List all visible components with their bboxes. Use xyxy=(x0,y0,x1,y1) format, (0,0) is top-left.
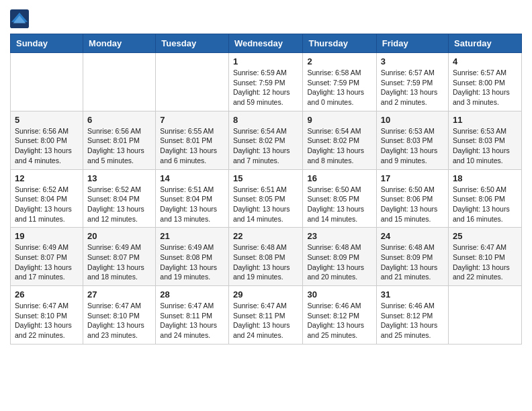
calendar-cell: 9Sunrise: 6:54 AM Sunset: 8:02 PM Daylig… xyxy=(303,111,376,169)
day-info: Sunrise: 6:57 AM Sunset: 7:59 PM Dayligh… xyxy=(381,68,444,107)
calendar-cell: 8Sunrise: 6:54 AM Sunset: 8:02 PM Daylig… xyxy=(228,111,303,169)
day-number: 20 xyxy=(87,231,151,241)
day-number: 8 xyxy=(233,115,299,125)
calendar-cell: 20Sunrise: 6:49 AM Sunset: 8:07 PM Dayli… xyxy=(83,228,156,286)
calendar-cell: 17Sunrise: 6:50 AM Sunset: 8:06 PM Dayli… xyxy=(376,169,448,228)
day-number: 5 xyxy=(15,115,79,125)
day-number: 10 xyxy=(381,115,444,125)
day-number: 11 xyxy=(453,115,517,125)
calendar-cell: 1Sunrise: 6:59 AM Sunset: 7:59 PM Daylig… xyxy=(228,53,303,111)
day-info: Sunrise: 6:48 AM Sunset: 8:09 PM Dayligh… xyxy=(307,242,371,282)
day-number: 21 xyxy=(160,231,224,241)
day-info: Sunrise: 6:53 AM Sunset: 8:03 PM Dayligh… xyxy=(381,126,444,166)
day-number: 29 xyxy=(233,289,299,300)
day-info: Sunrise: 6:46 AM Sunset: 8:12 PM Dayligh… xyxy=(307,301,371,340)
day-number: 7 xyxy=(160,115,224,125)
calendar-weekday-tuesday: Tuesday xyxy=(156,34,229,53)
calendar-week-row: 5Sunrise: 6:56 AM Sunset: 8:00 PM Daylig… xyxy=(11,111,522,169)
day-info: Sunrise: 6:55 AM Sunset: 8:01 PM Dayligh… xyxy=(160,126,224,166)
calendar-week-row: 1Sunrise: 6:59 AM Sunset: 7:59 PM Daylig… xyxy=(11,53,522,111)
calendar-cell: 15Sunrise: 6:51 AM Sunset: 8:05 PM Dayli… xyxy=(228,169,303,228)
calendar-header-row: SundayMondayTuesdayWednesdayThursdayFrid… xyxy=(11,34,522,53)
calendar-cell: 29Sunrise: 6:47 AM Sunset: 8:11 PM Dayli… xyxy=(228,286,303,345)
calendar-weekday-saturday: Saturday xyxy=(449,34,522,53)
day-number: 27 xyxy=(87,289,151,300)
day-info: Sunrise: 6:50 AM Sunset: 8:05 PM Dayligh… xyxy=(307,185,371,224)
day-number: 31 xyxy=(381,289,444,300)
day-number: 16 xyxy=(307,173,371,183)
day-number: 24 xyxy=(381,231,444,241)
day-number: 2 xyxy=(307,56,371,66)
calendar-week-row: 19Sunrise: 6:49 AM Sunset: 8:07 PM Dayli… xyxy=(11,228,522,286)
calendar-weekday-friday: Friday xyxy=(376,34,448,53)
day-info: Sunrise: 6:47 AM Sunset: 8:10 PM Dayligh… xyxy=(15,301,79,340)
calendar-cell: 4Sunrise: 6:57 AM Sunset: 8:00 PM Daylig… xyxy=(449,53,522,111)
calendar-week-row: 26Sunrise: 6:47 AM Sunset: 8:10 PM Dayli… xyxy=(11,286,522,345)
day-info: Sunrise: 6:53 AM Sunset: 8:03 PM Dayligh… xyxy=(453,126,517,166)
day-number: 1 xyxy=(233,56,299,66)
day-number: 6 xyxy=(87,115,151,125)
calendar-cell: 28Sunrise: 6:47 AM Sunset: 8:11 PM Dayli… xyxy=(156,286,229,345)
day-info: Sunrise: 6:46 AM Sunset: 8:12 PM Dayligh… xyxy=(381,301,444,340)
day-number: 18 xyxy=(453,173,517,183)
day-number: 4 xyxy=(453,56,517,66)
day-number: 3 xyxy=(381,56,444,66)
calendar-cell: 22Sunrise: 6:48 AM Sunset: 8:08 PM Dayli… xyxy=(228,228,303,286)
calendar-cell: 18Sunrise: 6:50 AM Sunset: 8:06 PM Dayli… xyxy=(449,169,522,228)
calendar-cell: 27Sunrise: 6:47 AM Sunset: 8:10 PM Dayli… xyxy=(83,286,156,345)
day-number: 22 xyxy=(233,231,299,241)
page-header xyxy=(10,7,522,28)
calendar-weekday-monday: Monday xyxy=(83,34,156,53)
calendar-cell: 25Sunrise: 6:47 AM Sunset: 8:10 PM Dayli… xyxy=(449,228,522,286)
day-info: Sunrise: 6:50 AM Sunset: 8:06 PM Dayligh… xyxy=(453,185,517,224)
day-number: 28 xyxy=(160,289,224,300)
day-number: 30 xyxy=(307,289,371,300)
calendar-cell xyxy=(156,53,229,111)
day-number: 25 xyxy=(453,231,517,241)
day-info: Sunrise: 6:56 AM Sunset: 8:00 PM Dayligh… xyxy=(15,126,79,166)
calendar-cell: 12Sunrise: 6:52 AM Sunset: 8:04 PM Dayli… xyxy=(11,169,83,228)
day-info: Sunrise: 6:47 AM Sunset: 8:10 PM Dayligh… xyxy=(87,301,151,340)
calendar-weekday-thursday: Thursday xyxy=(303,34,376,53)
day-info: Sunrise: 6:54 AM Sunset: 8:02 PM Dayligh… xyxy=(307,126,371,166)
day-number: 13 xyxy=(87,173,151,183)
logo-icon xyxy=(10,9,29,28)
day-number: 12 xyxy=(15,173,79,183)
day-info: Sunrise: 6:49 AM Sunset: 8:07 PM Dayligh… xyxy=(15,242,79,282)
day-info: Sunrise: 6:51 AM Sunset: 8:05 PM Dayligh… xyxy=(233,185,299,224)
day-number: 26 xyxy=(15,289,79,300)
calendar-cell: 24Sunrise: 6:48 AM Sunset: 8:09 PM Dayli… xyxy=(376,228,448,286)
day-info: Sunrise: 6:59 AM Sunset: 7:59 PM Dayligh… xyxy=(233,68,299,107)
day-info: Sunrise: 6:51 AM Sunset: 8:04 PM Dayligh… xyxy=(160,185,224,224)
day-info: Sunrise: 6:48 AM Sunset: 8:09 PM Dayligh… xyxy=(381,242,444,282)
calendar-cell: 6Sunrise: 6:56 AM Sunset: 8:01 PM Daylig… xyxy=(83,111,156,169)
calendar-cell: 5Sunrise: 6:56 AM Sunset: 8:00 PM Daylig… xyxy=(11,111,83,169)
calendar-weekday-sunday: Sunday xyxy=(11,34,83,53)
day-info: Sunrise: 6:48 AM Sunset: 8:08 PM Dayligh… xyxy=(233,242,299,282)
calendar-cell xyxy=(83,53,156,111)
day-info: Sunrise: 6:57 AM Sunset: 8:00 PM Dayligh… xyxy=(453,68,517,107)
day-number: 19 xyxy=(15,231,79,241)
calendar-cell: 10Sunrise: 6:53 AM Sunset: 8:03 PM Dayli… xyxy=(376,111,448,169)
calendar-cell: 7Sunrise: 6:55 AM Sunset: 8:01 PM Daylig… xyxy=(156,111,229,169)
calendar-cell: 26Sunrise: 6:47 AM Sunset: 8:10 PM Dayli… xyxy=(11,286,83,345)
calendar-cell: 19Sunrise: 6:49 AM Sunset: 8:07 PM Dayli… xyxy=(11,228,83,286)
calendar-cell: 3Sunrise: 6:57 AM Sunset: 7:59 PM Daylig… xyxy=(376,53,448,111)
day-info: Sunrise: 6:47 AM Sunset: 8:11 PM Dayligh… xyxy=(160,301,224,340)
day-info: Sunrise: 6:49 AM Sunset: 8:08 PM Dayligh… xyxy=(160,242,224,282)
calendar-cell: 13Sunrise: 6:52 AM Sunset: 8:04 PM Dayli… xyxy=(83,169,156,228)
day-info: Sunrise: 6:52 AM Sunset: 8:04 PM Dayligh… xyxy=(15,185,79,224)
calendar-table: SundayMondayTuesdayWednesdayThursdayFrid… xyxy=(10,34,522,345)
calendar-cell: 23Sunrise: 6:48 AM Sunset: 8:09 PM Dayli… xyxy=(303,228,376,286)
calendar-cell: 11Sunrise: 6:53 AM Sunset: 8:03 PM Dayli… xyxy=(449,111,522,169)
day-info: Sunrise: 6:50 AM Sunset: 8:06 PM Dayligh… xyxy=(381,185,444,224)
day-number: 23 xyxy=(307,231,371,241)
day-info: Sunrise: 6:52 AM Sunset: 8:04 PM Dayligh… xyxy=(87,185,151,224)
logo xyxy=(10,7,32,28)
calendar-cell: 31Sunrise: 6:46 AM Sunset: 8:12 PM Dayli… xyxy=(376,286,448,345)
calendar-cell: 16Sunrise: 6:50 AM Sunset: 8:05 PM Dayli… xyxy=(303,169,376,228)
day-number: 17 xyxy=(381,173,444,183)
calendar-week-row: 12Sunrise: 6:52 AM Sunset: 8:04 PM Dayli… xyxy=(11,169,522,228)
day-number: 9 xyxy=(307,115,371,125)
day-number: 14 xyxy=(160,173,224,183)
